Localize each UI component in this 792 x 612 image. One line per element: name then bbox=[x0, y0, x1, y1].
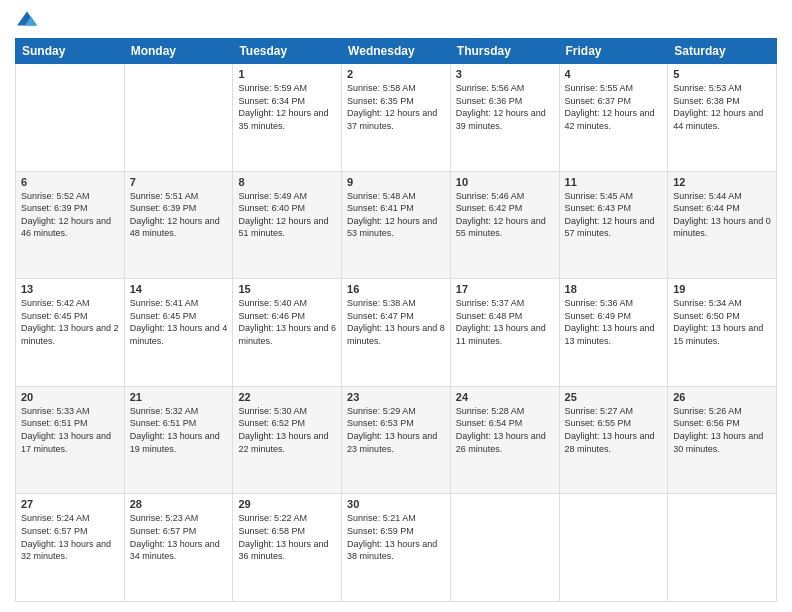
sunset-value: 6:39 PM bbox=[54, 203, 88, 213]
sunrise-label: Sunrise: bbox=[238, 298, 274, 308]
sunset-value: 6:51 PM bbox=[54, 418, 88, 428]
day-info: Sunrise: 5:22 AM Sunset: 6:58 PM Dayligh… bbox=[238, 512, 336, 562]
sunrise-value: 5:55 AM bbox=[600, 83, 633, 93]
sunrise-label: Sunrise: bbox=[238, 513, 274, 523]
daylight-label: Daylight: 13 hours and 23 minutes. bbox=[347, 431, 437, 454]
calendar-cell: 29 Sunrise: 5:22 AM Sunset: 6:58 PM Dayl… bbox=[233, 494, 342, 602]
calendar-cell: 22 Sunrise: 5:30 AM Sunset: 6:52 PM Dayl… bbox=[233, 386, 342, 494]
calendar-cell: 1 Sunrise: 5:59 AM Sunset: 6:34 PM Dayli… bbox=[233, 64, 342, 172]
sunset-value: 6:43 PM bbox=[598, 203, 632, 213]
sunrise-value: 5:21 AM bbox=[383, 513, 416, 523]
sunrise-label: Sunrise: bbox=[130, 406, 166, 416]
sunset-label: Sunset: bbox=[673, 311, 706, 321]
sunset-value: 6:35 PM bbox=[380, 96, 414, 106]
daylight-label: Daylight: 12 hours and 39 minutes. bbox=[456, 108, 546, 131]
calendar-week-4: 27 Sunrise: 5:24 AM Sunset: 6:57 PM Dayl… bbox=[16, 494, 777, 602]
sunset-value: 6:56 PM bbox=[706, 418, 740, 428]
day-number: 1 bbox=[238, 68, 336, 80]
sunrise-label: Sunrise: bbox=[673, 83, 709, 93]
day-number: 11 bbox=[565, 176, 663, 188]
day-number: 23 bbox=[347, 391, 445, 403]
sunset-label: Sunset: bbox=[21, 203, 54, 213]
calendar-cell: 8 Sunrise: 5:49 AM Sunset: 6:40 PM Dayli… bbox=[233, 171, 342, 279]
calendar-cell: 10 Sunrise: 5:46 AM Sunset: 6:42 PM Dayl… bbox=[450, 171, 559, 279]
calendar-week-0: 1 Sunrise: 5:59 AM Sunset: 6:34 PM Dayli… bbox=[16, 64, 777, 172]
daylight-label: Daylight: 13 hours and 32 minutes. bbox=[21, 539, 111, 562]
sunrise-label: Sunrise: bbox=[130, 298, 166, 308]
calendar-cell: 15 Sunrise: 5:40 AM Sunset: 6:46 PM Dayl… bbox=[233, 279, 342, 387]
sunrise-value: 5:34 AM bbox=[709, 298, 742, 308]
sunrise-value: 5:42 AM bbox=[57, 298, 90, 308]
day-info: Sunrise: 5:28 AM Sunset: 6:54 PM Dayligh… bbox=[456, 405, 554, 455]
day-number: 5 bbox=[673, 68, 771, 80]
calendar-cell: 11 Sunrise: 5:45 AM Sunset: 6:43 PM Dayl… bbox=[559, 171, 668, 279]
day-number: 21 bbox=[130, 391, 228, 403]
sunrise-value: 5:24 AM bbox=[57, 513, 90, 523]
sunrise-label: Sunrise: bbox=[673, 298, 709, 308]
sunrise-value: 5:38 AM bbox=[383, 298, 416, 308]
daylight-label: Daylight: 13 hours and 26 minutes. bbox=[456, 431, 546, 454]
day-info: Sunrise: 5:45 AM Sunset: 6:43 PM Dayligh… bbox=[565, 190, 663, 240]
calendar-cell bbox=[668, 494, 777, 602]
daylight-label: Daylight: 13 hours and 6 minutes. bbox=[238, 323, 336, 346]
sunset-label: Sunset: bbox=[565, 311, 598, 321]
calendar-cell bbox=[16, 64, 125, 172]
col-header-friday: Friday bbox=[559, 39, 668, 64]
sunset-label: Sunset: bbox=[130, 311, 163, 321]
sunrise-value: 5:51 AM bbox=[165, 191, 198, 201]
day-info: Sunrise: 5:41 AM Sunset: 6:45 PM Dayligh… bbox=[130, 297, 228, 347]
day-info: Sunrise: 5:34 AM Sunset: 6:50 PM Dayligh… bbox=[673, 297, 771, 347]
sunset-label: Sunset: bbox=[456, 203, 489, 213]
sunset-label: Sunset: bbox=[238, 418, 271, 428]
day-info: Sunrise: 5:29 AM Sunset: 6:53 PM Dayligh… bbox=[347, 405, 445, 455]
sunset-value: 6:53 PM bbox=[380, 418, 414, 428]
sunrise-value: 5:29 AM bbox=[383, 406, 416, 416]
calendar-cell: 3 Sunrise: 5:56 AM Sunset: 6:36 PM Dayli… bbox=[450, 64, 559, 172]
sunrise-label: Sunrise: bbox=[565, 83, 601, 93]
day-info: Sunrise: 5:21 AM Sunset: 6:59 PM Dayligh… bbox=[347, 512, 445, 562]
calendar-cell bbox=[450, 494, 559, 602]
sunrise-label: Sunrise: bbox=[238, 83, 274, 93]
sunrise-label: Sunrise: bbox=[130, 191, 166, 201]
sunset-value: 6:47 PM bbox=[380, 311, 414, 321]
sunset-value: 6:48 PM bbox=[489, 311, 523, 321]
day-number: 2 bbox=[347, 68, 445, 80]
calendar-cell: 21 Sunrise: 5:32 AM Sunset: 6:51 PM Dayl… bbox=[124, 386, 233, 494]
sunrise-label: Sunrise: bbox=[673, 406, 709, 416]
calendar-cell: 19 Sunrise: 5:34 AM Sunset: 6:50 PM Dayl… bbox=[668, 279, 777, 387]
day-number: 4 bbox=[565, 68, 663, 80]
sunset-value: 6:57 PM bbox=[54, 526, 88, 536]
col-header-tuesday: Tuesday bbox=[233, 39, 342, 64]
sunset-value: 6:42 PM bbox=[489, 203, 523, 213]
day-number: 19 bbox=[673, 283, 771, 295]
sunrise-value: 5:56 AM bbox=[491, 83, 524, 93]
calendar-cell: 4 Sunrise: 5:55 AM Sunset: 6:37 PM Dayli… bbox=[559, 64, 668, 172]
day-info: Sunrise: 5:36 AM Sunset: 6:49 PM Dayligh… bbox=[565, 297, 663, 347]
daylight-label: Daylight: 13 hours and 2 minutes. bbox=[21, 323, 119, 346]
sunrise-label: Sunrise: bbox=[347, 406, 383, 416]
day-info: Sunrise: 5:51 AM Sunset: 6:39 PM Dayligh… bbox=[130, 190, 228, 240]
sunrise-label: Sunrise: bbox=[347, 513, 383, 523]
calendar-cell: 25 Sunrise: 5:27 AM Sunset: 6:55 PM Dayl… bbox=[559, 386, 668, 494]
sunset-label: Sunset: bbox=[130, 203, 163, 213]
sunrise-label: Sunrise: bbox=[347, 191, 383, 201]
sunset-label: Sunset: bbox=[565, 96, 598, 106]
logo-icon bbox=[15, 10, 39, 30]
day-number: 25 bbox=[565, 391, 663, 403]
daylight-label: Daylight: 12 hours and 51 minutes. bbox=[238, 216, 328, 239]
sunset-value: 6:45 PM bbox=[54, 311, 88, 321]
daylight-label: Daylight: 13 hours and 22 minutes. bbox=[238, 431, 328, 454]
sunset-label: Sunset: bbox=[238, 311, 271, 321]
daylight-label: Daylight: 12 hours and 44 minutes. bbox=[673, 108, 763, 131]
day-number: 18 bbox=[565, 283, 663, 295]
day-number: 30 bbox=[347, 498, 445, 510]
day-info: Sunrise: 5:44 AM Sunset: 6:44 PM Dayligh… bbox=[673, 190, 771, 240]
daylight-label: Daylight: 13 hours and 17 minutes. bbox=[21, 431, 111, 454]
sunrise-value: 5:22 AM bbox=[274, 513, 307, 523]
daylight-label: Daylight: 12 hours and 37 minutes. bbox=[347, 108, 437, 131]
day-number: 27 bbox=[21, 498, 119, 510]
sunrise-label: Sunrise: bbox=[347, 83, 383, 93]
day-number: 6 bbox=[21, 176, 119, 188]
calendar-cell: 9 Sunrise: 5:48 AM Sunset: 6:41 PM Dayli… bbox=[342, 171, 451, 279]
day-number: 13 bbox=[21, 283, 119, 295]
